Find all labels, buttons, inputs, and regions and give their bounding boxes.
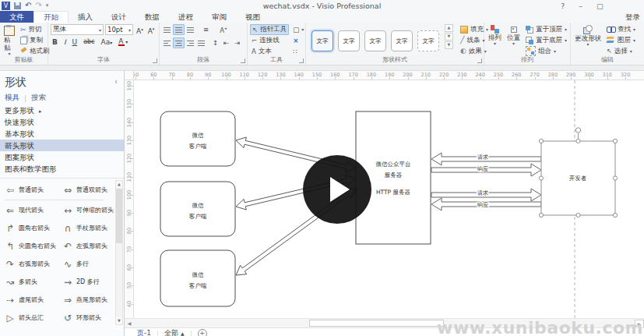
align-right-button[interactable]: [185, 38, 195, 48]
stencil-shape[interactable]: ↺环形箭头: [61, 309, 115, 327]
align-top-button[interactable]: [162, 25, 172, 34]
align-middle-button[interactable]: [173, 24, 185, 35]
tab-stencils[interactable]: 模具: [5, 93, 19, 103]
pointer-tool-button[interactable]: ↖指针工具: [250, 24, 289, 35]
send-to-back-button[interactable]: 置于底层▾: [524, 35, 568, 45]
copy-button[interactable]: 复制: [19, 35, 51, 45]
minimize-button[interactable]: –: [579, 2, 582, 10]
stencil-shape[interactable]: ↝多箭头: [3, 273, 61, 291]
justify-button[interactable]: [196, 38, 206, 48]
shape-style-preset-2[interactable]: 文字: [338, 30, 360, 51]
sidebar-item-5[interactable]: 图案形状: [0, 151, 124, 163]
bullets-button[interactable]: ≡: [201, 25, 211, 34]
stencil-shape[interactable]: ⇐现代箭头: [3, 201, 61, 219]
grow-font-button[interactable]: A▴: [135, 24, 145, 34]
font-dialog-launcher[interactable]: [153, 58, 157, 63]
underline-button[interactable]: U: [71, 37, 79, 47]
tools-dialog-launcher[interactable]: [299, 58, 304, 63]
style-scroll-down[interactable]: ▼: [445, 33, 453, 41]
decrease-indent-button[interactable]: ⇤: [221, 38, 231, 48]
scroll-up-icon[interactable]: ▲: [116, 181, 122, 188]
stencil-shape[interactable]: ∿多行: [61, 255, 115, 273]
sidebar-item-1[interactable]: 更多形状▸: [0, 104, 124, 116]
position-button[interactable]: 位置▾: [505, 24, 522, 56]
drawing-canvas[interactable]: 请求 响应 请求 响应 微信 客户端 微信 客户端: [134, 80, 644, 318]
stencil-shape[interactable]: ↰尖圆角右箭头: [3, 237, 61, 255]
redo-icon[interactable]: ↷: [35, 2, 41, 9]
change-case-button[interactable]: Aa▾: [100, 37, 114, 47]
group-button[interactable]: 组合▾: [524, 46, 568, 56]
customize-qat-icon[interactable]: ▾: [46, 2, 49, 9]
font-color-button[interactable]: A ▾: [117, 37, 129, 47]
stencil-shape[interactable]: ↱圆角右箭头: [3, 219, 61, 237]
bring-to-front-button[interactable]: 置于顶层▾: [524, 24, 568, 34]
shrink-font-button[interactable]: A▾: [146, 24, 157, 34]
developer-box-selected[interactable]: 开发者: [539, 128, 617, 218]
stencil-shape[interactable]: ⇢虚尾箭头: [3, 291, 61, 309]
connection-point-button[interactable]: ×: [291, 35, 305, 45]
strikethrough-button[interactable]: abc: [82, 37, 96, 47]
align-center-button[interactable]: [173, 37, 185, 48]
restore-button[interactable]: ▢: [596, 2, 604, 10]
tab-7[interactable]: 视图: [236, 11, 269, 23]
hscroll-thumb[interactable]: [309, 320, 444, 327]
video-play-button[interactable]: [303, 155, 371, 224]
tab-5[interactable]: 进程: [169, 11, 202, 23]
all-pages-button[interactable]: 全部▲: [164, 328, 185, 336]
page-tab-1[interactable]: 页-1: [137, 328, 151, 336]
bold-button[interactable]: B: [51, 37, 59, 47]
wechat-client-box-1[interactable]: 微信 客户端: [160, 111, 235, 166]
sidebar-item-3[interactable]: 基本形状: [0, 128, 124, 140]
wechat-client-box-2[interactable]: 微信 客户端: [160, 182, 235, 236]
shape-style-preset-1[interactable]: 文字: [311, 30, 333, 51]
rotation-handle[interactable]: [575, 128, 580, 133]
add-page-button[interactable]: +: [198, 329, 207, 336]
layers-button[interactable]: 图层▾: [605, 35, 637, 45]
font-family-select[interactable]: 黑体▾: [51, 24, 104, 35]
scrollbar-thumb[interactable]: [116, 189, 122, 243]
tab-3[interactable]: 设计: [102, 11, 135, 23]
stencil-shape[interactable]: ⇦普通箭头: [3, 181, 61, 199]
text-tool-button[interactable]: A文本: [250, 47, 289, 56]
align-bottom-button[interactable]: [185, 25, 195, 34]
undo-icon[interactable]: ↶: [25, 2, 31, 9]
style-more-button[interactable]: ▼: [445, 41, 453, 49]
paragraph-dialog-launcher[interactable]: [241, 58, 245, 63]
font-size-select[interactable]: 10pt▾: [105, 24, 133, 35]
cut-button[interactable]: ✂剪切: [19, 24, 51, 34]
style-scroll-up[interactable]: ▲: [445, 24, 453, 32]
stencil-shape[interactable]: ⇝2D 多行: [61, 273, 115, 291]
tab-search[interactable]: 搜索: [31, 93, 46, 103]
scroll-down-icon[interactable]: ▼: [116, 317, 122, 324]
stencil-scrollbar[interactable]: ▲ ▼: [115, 180, 123, 325]
panel-collapse-icon[interactable]: ‹: [114, 77, 118, 86]
find-button[interactable]: 查找▾: [605, 24, 637, 34]
shape-style-preset-4[interactable]: 文字: [391, 30, 413, 51]
tab-file[interactable]: 文件: [0, 11, 33, 23]
stencil-shape[interactable]: ⇒燕尾形箭头: [61, 291, 115, 309]
format-painter-button[interactable]: 格式刷: [19, 46, 51, 56]
text-direction-button[interactable]: ↕: [210, 38, 220, 48]
stencil-shape[interactable]: ↔可伸缩的箭头: [61, 201, 115, 219]
stencil-shape[interactable]: ↷右弧形箭头: [3, 255, 61, 273]
sidebar-item-4[interactable]: 箭头形状: [0, 140, 124, 151]
shape-style-preset-3[interactable]: 文字: [364, 30, 386, 51]
save-icon[interactable]: [14, 2, 21, 9]
sidebar-item-6[interactable]: 图表和数学图形: [0, 163, 124, 175]
rectangle-tool-button[interactable]: □▾: [291, 24, 305, 34]
connector-tool-button[interactable]: ⌐连接线: [250, 36, 289, 45]
tab-4[interactable]: 数据: [135, 11, 169, 23]
select-button[interactable]: ↖选择▾: [605, 46, 637, 56]
character-spacing-button[interactable]: A◂: [218, 25, 228, 34]
scroll-left-icon[interactable]: ◀: [125, 320, 133, 327]
sign-in-link[interactable]: 登录: [625, 11, 640, 23]
increase-indent-button[interactable]: ⇥: [232, 38, 242, 48]
wechat-client-box-3[interactable]: 微信 客户端: [160, 250, 235, 306]
italic-button[interactable]: I: [62, 37, 68, 47]
shape-styles-dialog-launcher[interactable]: [477, 58, 482, 63]
tab-2[interactable]: 插入: [69, 11, 102, 23]
tab-6[interactable]: 审阅: [202, 11, 236, 23]
change-shape-button[interactable]: 更改形状▾: [573, 24, 603, 56]
sidebar-item-2[interactable]: 快速形状: [0, 116, 124, 128]
stencil-shape[interactable]: ⇔普通双箭头: [61, 181, 115, 199]
